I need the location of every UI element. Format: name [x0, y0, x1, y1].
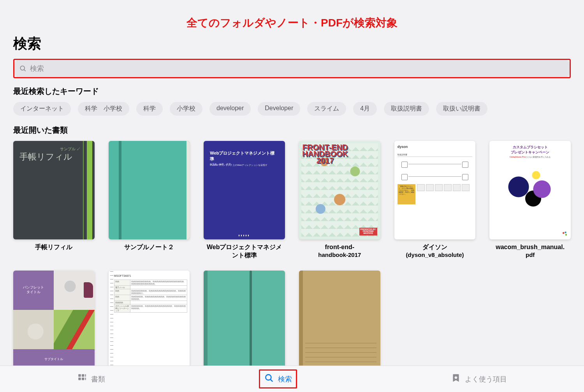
svg-rect-6	[82, 374, 84, 377]
svg-point-3	[565, 232, 566, 234]
keyword-chip[interactable]: 科学	[136, 102, 163, 116]
keyword-chip[interactable]: developer	[209, 102, 251, 116]
document-item[interactable]: FRONT-ENDHANDBOOK2017PRESENTED BY:FRONTE…	[299, 141, 380, 260]
document-thumbnail[interactable]: 手帳リフィルサンプル ↙	[13, 141, 95, 239]
keyword-chip[interactable]: 4月	[353, 102, 377, 116]
svg-point-4	[565, 234, 567, 236]
keyword-chip[interactable]: スライム	[307, 102, 346, 116]
svg-rect-5	[78, 374, 81, 377]
document-label: wacom_brush_manual.	[489, 243, 571, 251]
document-item[interactable]: カスタムブラシセットプレゼントキャンペーンCintiq/Intuos Proとと…	[489, 141, 571, 260]
document-label: pdf	[489, 251, 571, 258]
keyword-chip-list: インターネット科学 小学校科学小学校developerDeveloperスライム…	[13, 102, 571, 116]
search-highlight-box	[13, 59, 571, 78]
star-bookmark-icon	[451, 373, 461, 385]
documents-grid: 手帳リフィルサンプル ↙手帳リフィルサンプルノート２Webプロジェクトマネジメン…	[13, 141, 571, 369]
document-label: Webプロジェクトマネジメント標準	[204, 243, 285, 260]
tab-documents[interactable]: 書類	[77, 373, 105, 385]
page-title: 検索	[13, 34, 571, 53]
keyword-chip[interactable]: 科学 小学校	[78, 102, 129, 116]
document-item[interactable]	[204, 271, 285, 369]
tab-bar: 書類 検索 よく使う項目	[0, 366, 584, 392]
document-item[interactable]: Webプロジェクトマネジメント標準PMBOKでワンランク上のWebディレクション…	[204, 141, 285, 260]
annotation-text: 全てのフォルダやノート・PDFが検索対象	[13, 16, 571, 30]
svg-point-11	[266, 374, 271, 380]
svg-rect-10	[85, 378, 86, 380]
document-label: サンプルノート２	[109, 243, 190, 251]
svg-point-0	[20, 66, 25, 70]
tab-label: 書類	[91, 374, 105, 384]
search-icon	[19, 65, 27, 72]
keyword-chip[interactable]: 取扱い説明書	[436, 102, 487, 116]
svg-rect-8	[78, 378, 81, 380]
svg-line-12	[270, 379, 273, 381]
tab-favorites[interactable]: よく使う項目	[451, 373, 507, 385]
search-input[interactable]	[30, 65, 565, 73]
tab-label: 検索	[278, 374, 292, 384]
document-item[interactable]: サンプルノート２	[109, 141, 190, 260]
recent-keywords-heading: 最近検索したキーワード	[13, 86, 571, 97]
search-field[interactable]	[14, 60, 570, 77]
document-item	[394, 271, 476, 369]
keyword-chip[interactable]: インターネット	[13, 102, 71, 116]
grid-icon	[77, 373, 87, 385]
document-thumbnail[interactable]	[109, 141, 190, 239]
svg-rect-7	[85, 374, 86, 377]
document-item[interactable]: パンフレットタイトルサブタイトル	[13, 271, 95, 369]
document-item[interactable]: dyson取扱説明書「壁取付用ブラケット」のネジ類は同梱しておりません。「背面保…	[394, 141, 476, 260]
document-item[interactable]: MSOFT34871目的目的目的目的目的目的。目的目的目的目的目的目的目的目的、…	[109, 271, 190, 369]
keyword-chip[interactable]: 小学校	[170, 102, 202, 116]
document-label: front-end-	[299, 243, 380, 251]
document-label: (dyson_v8_absolute)	[394, 251, 476, 258]
document-label: ダイソン	[394, 243, 476, 251]
document-label: 手帳リフィル	[13, 243, 95, 251]
document-thumbnail[interactable]: MSOFT34871目的目的目的目的目的目的。目的目的目的目的目的目的目的目的、…	[109, 271, 190, 369]
svg-rect-9	[82, 378, 84, 380]
document-thumbnail[interactable]: dyson取扱説明書「壁取付用ブラケット」のネジ類は同梱しておりません。「背面保…	[394, 141, 476, 239]
document-thumbnail[interactable]	[299, 271, 380, 369]
search-icon	[264, 373, 274, 385]
svg-point-2	[563, 232, 565, 234]
keyword-chip[interactable]: Developer	[258, 102, 300, 116]
document-item[interactable]	[299, 271, 380, 369]
document-item[interactable]: 手帳リフィルサンプル ↙手帳リフィル	[13, 141, 95, 260]
document-thumbnail[interactable]: カスタムブラシセットプレゼントキャンペーンCintiq/Intuos Proとと…	[489, 141, 571, 239]
document-label: handbook-2017	[299, 251, 380, 258]
document-item	[489, 271, 571, 369]
document-thumbnail[interactable]	[204, 271, 285, 369]
tab-label: よく使う項目	[465, 374, 507, 384]
document-thumbnail[interactable]: パンフレットタイトルサブタイトル	[13, 271, 95, 369]
tab-search[interactable]: 検索	[259, 369, 297, 388]
keyword-chip[interactable]: 取扱説明書	[384, 102, 429, 116]
document-thumbnail[interactable]: Webプロジェクトマネジメント標準PMBOKでワンランク上のWebディレクション…	[204, 141, 285, 239]
svg-line-1	[24, 70, 26, 71]
recent-docs-heading: 最近開いた書類	[13, 125, 571, 135]
document-thumbnail[interactable]: FRONT-ENDHANDBOOK2017PRESENTED BY:FRONTE…	[299, 141, 380, 239]
